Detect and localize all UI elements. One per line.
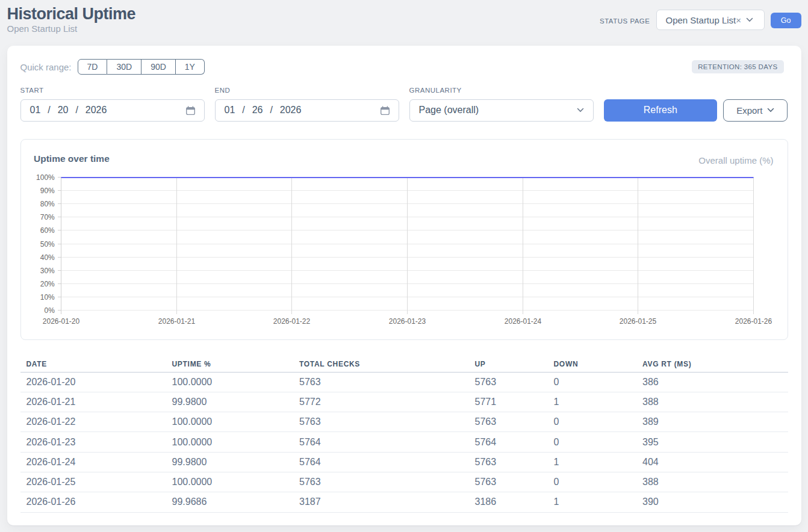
svg-text:2026-01-20: 2026-01-20 [42, 317, 79, 325]
svg-text:80%: 80% [40, 199, 54, 208]
svg-text:0%: 0% [44, 306, 55, 314]
svg-text:2026-01-26: 2026-01-26 [735, 317, 772, 325]
svg-text:50%: 50% [40, 240, 54, 248]
svg-text:40%: 40% [40, 253, 54, 261]
svg-text:2026-01-24: 2026-01-24 [504, 317, 541, 325]
svg-text:2026-01-23: 2026-01-23 [388, 317, 426, 325]
svg-text:70%: 70% [40, 212, 54, 221]
svg-text:2026-01-25: 2026-01-25 [619, 317, 656, 325]
svg-text:90%: 90% [40, 186, 54, 194]
svg-text:30%: 30% [40, 266, 54, 274]
svg-text:100%: 100% [36, 173, 55, 181]
svg-text:2026-01-21: 2026-01-21 [158, 317, 195, 325]
svg-text:60%: 60% [40, 226, 54, 234]
svg-text:2026-01-22: 2026-01-22 [273, 317, 310, 325]
svg-text:10%: 10% [40, 292, 54, 301]
svg-text:20%: 20% [40, 279, 54, 288]
